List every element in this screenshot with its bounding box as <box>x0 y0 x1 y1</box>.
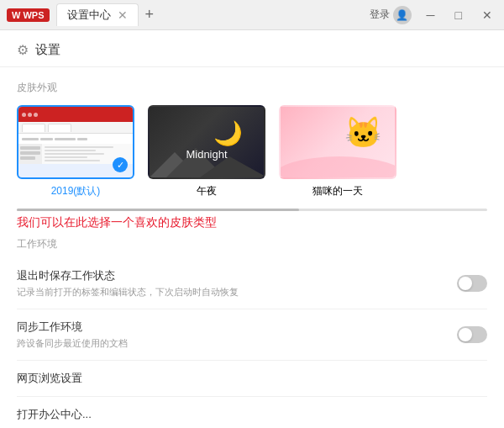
work-env-section: 工作环境 退出时保存工作状态 记录当前打开的标签和编辑状态，下次启动时自动恢复 … <box>0 237 504 397</box>
settings-header: ⚙ 设置 <box>0 30 504 67</box>
skin-section-label: 皮肤外观 <box>17 81 487 95</box>
main-content: ⚙ 设置 皮肤外观 <box>0 30 504 428</box>
sync-env-desc: 跨设备同步最近使用的文档 <box>17 337 128 350</box>
svg-point-3 <box>281 156 396 177</box>
skin-cat-label: 猫咪的一天 <box>312 184 363 198</box>
skin-preview-cat: 🐱 <box>279 105 396 179</box>
moon-icon: 🌙 <box>213 119 243 147</box>
tab-label: 设置中心 <box>67 8 111 23</box>
save-state-desc: 记录当前打开的标签和编辑状态，下次启动时自动恢复 <box>17 286 239 299</box>
work-env-label: 工作环境 <box>17 237 487 251</box>
tab-close-icon[interactable]: ✕ <box>118 8 128 22</box>
highlight-section: 我们可以在此选择一个喜欢的皮肤类型 <box>0 214 504 230</box>
highlight-text: 我们可以在此选择一个喜欢的皮肤类型 <box>17 215 217 229</box>
skin-preview-midnight: 🌙 Midnight <box>148 105 265 179</box>
skin-2019-label: 2019(默认) <box>51 184 101 198</box>
page-title: 设置 <box>35 42 60 58</box>
save-state-name: 退出时保存工作状态 <box>17 268 239 283</box>
skin-container: ✓ 2019(默认) 🌙 Midnight 午夜 <box>17 105 487 209</box>
close-button[interactable]: ✕ <box>477 8 497 22</box>
settings-tab[interactable]: 设置中心 ✕ <box>56 3 139 26</box>
maximize-button[interactable]: □ <box>450 8 467 22</box>
web-browse-name: 网页浏览设置 <box>17 371 82 386</box>
skin-scroll[interactable] <box>17 209 487 211</box>
wps-logo: W WPS <box>7 8 50 22</box>
login-label: 登录 <box>370 8 390 22</box>
tab-add-button[interactable]: + <box>145 6 155 24</box>
skin-item-midnight[interactable]: 🌙 Midnight 午夜 <box>148 105 265 198</box>
cat-hills-svg <box>281 148 396 177</box>
sync-env-name: 同步工作环境 <box>17 320 128 335</box>
skin-preview-2019: ✓ <box>17 105 134 179</box>
title-bar-right: 登录 👤 ─ □ ✕ <box>370 6 497 24</box>
sync-env-toggle[interactable] <box>457 326 487 343</box>
save-state-toggle[interactable] <box>457 275 487 292</box>
setting-item-save-state: 退出时保存工作状态 记录当前打开的标签和编辑状态，下次启动时自动恢复 <box>17 258 487 309</box>
avatar: 👤 <box>393 6 412 24</box>
toggle-knob-2 <box>459 328 472 341</box>
title-bar: W WPS 设置中心 ✕ + 登录 👤 ─ □ ✕ <box>0 0 504 30</box>
partial-item: 打开办公中心... <box>0 397 504 428</box>
skin-item-cat[interactable]: 🐱 猫咪的一天 <box>279 105 396 198</box>
toggle-knob <box>459 277 472 290</box>
skin-item-2019[interactable]: ✓ 2019(默认) <box>17 105 134 198</box>
skin-midnight-label: 午夜 <box>197 184 217 198</box>
setting-item-sync-env: 同步工作环境 跨设备同步最近使用的文档 <box>17 309 487 361</box>
midnight-text-label: Midnight <box>186 148 227 161</box>
selected-check-icon: ✓ <box>113 157 128 172</box>
login-area[interactable]: 登录 👤 <box>370 6 412 24</box>
minimize-button[interactable]: ─ <box>422 8 440 22</box>
partial-label: 打开办公中心... <box>17 408 92 420</box>
setting-item-web-browse[interactable]: 网页浏览设置 <box>17 361 487 397</box>
gear-icon: ⚙ <box>17 42 29 58</box>
skin-section: 皮肤外观 <box>0 67 504 209</box>
skin-scroll-thumb <box>17 209 299 211</box>
